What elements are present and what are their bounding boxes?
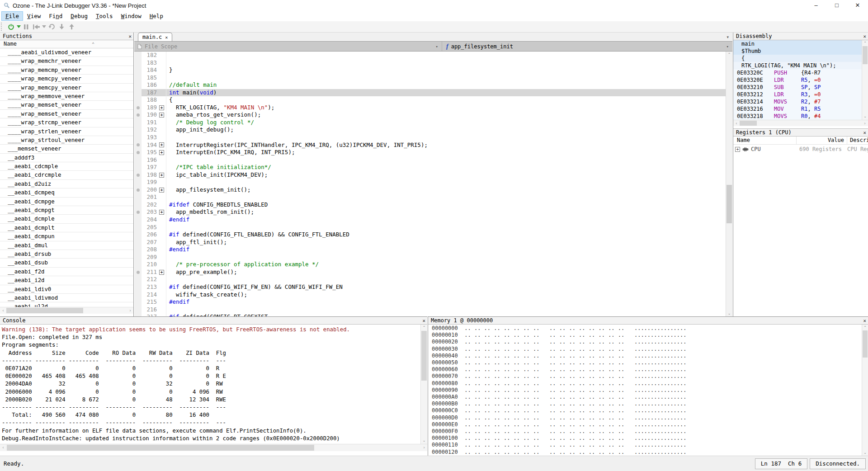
memory-row[interactable]: 000000C0 .. .. .. .. .. .. .. .. .. .. .… (428, 407, 868, 414)
step-back-dropdown-icon[interactable] (41, 22, 47, 31)
memory-row[interactable]: 00000040 .. .. .. .. .. .. .. .. .. .. .… (428, 353, 868, 359)
expand-inline-icon[interactable]: + (159, 113, 164, 118)
expand-inline-icon[interactable]: + (159, 105, 164, 110)
breakpoint-dot-icon[interactable] (137, 151, 140, 154)
expand-inline-icon[interactable]: + (159, 173, 164, 178)
code-line[interactable]: 205 (134, 224, 732, 231)
menu-help[interactable]: Help (146, 12, 167, 20)
registers-description-column[interactable]: Description (847, 137, 868, 144)
memory-row[interactable]: 000000F0 .. .. .. .. .. .. .. .. .. .. .… (428, 428, 868, 435)
function-list-item[interactable]: __aeabi_ul2d (0, 302, 133, 307)
function-list-item[interactable]: __aeabi_dcmple (0, 215, 133, 223)
menu-find[interactable]: Find (45, 12, 66, 20)
code-line[interactable]: 199 (134, 179, 732, 186)
function-list-item[interactable]: __aeabi_cdcmple (0, 162, 133, 171)
memory-row[interactable]: 00000070 .. .. .. .. .. .. .. .. .. .. .… (428, 373, 868, 380)
expand-icon[interactable]: + (735, 147, 740, 152)
disassembly-hscroll-thumb[interactable] (740, 121, 757, 126)
function-list-item[interactable]: ____wrap_strcmp_veneer (0, 118, 133, 127)
registers-name-column[interactable]: Name (733, 137, 797, 144)
chevron-down-icon[interactable]: ▾ (726, 44, 729, 49)
memory-row[interactable]: 00000050 .. .. .. .. .. .. .. .. .. .. .… (428, 359, 868, 366)
scroll-right-icon[interactable]: › (862, 120, 868, 127)
function-list-item[interactable]: ____wrap_memset_veneer (0, 101, 133, 109)
breakpoint-dot-icon[interactable] (137, 271, 140, 274)
memory-row[interactable]: 000000E0 .. .. .. .. .. .. .. .. .. .. .… (428, 421, 868, 428)
function-list-item[interactable]: __aeabi_dcmpun (0, 232, 133, 241)
function-list-item[interactable]: ____wrap_memchr_veneer (0, 57, 133, 66)
expand-inline-icon[interactable]: + (159, 188, 164, 193)
breakpoint-dot-icon[interactable] (137, 113, 140, 117)
code-line[interactable]: 188{ (134, 96, 732, 104)
disassembly-instruction[interactable]: 0E03320ELDRR5, =0 (733, 76, 868, 84)
memory-vertical-scrollbar[interactable]: ⌃ ⌄ (862, 325, 868, 456)
scroll-left-icon[interactable]: ‹ (0, 307, 6, 314)
console-vertical-scrollbar[interactable]: ⌃ ⌄ (420, 325, 427, 444)
function-list-item[interactable]: __aeabi_dcmplt (0, 224, 133, 232)
functions-horizontal-scrollbar[interactable]: ‹ › (0, 307, 133, 314)
function-list-item[interactable]: __adddf3 (0, 154, 133, 162)
scroll-down-icon[interactable]: ⌄ (421, 438, 427, 443)
memory-row[interactable]: 00000000 .. .. .. .. .. .. .. .. .. .. .… (428, 325, 868, 332)
console-vscroll-thumb[interactable] (421, 331, 427, 381)
toolbar-drag-handle[interactable] (1, 23, 4, 31)
scroll-right-icon[interactable]: › (421, 444, 427, 451)
code-line[interactable]: 211+ app_pre_example(); (134, 268, 732, 276)
memory-row[interactable]: 00000110 .. .. .. .. .. .. .. .. .. .. .… (428, 442, 868, 448)
function-list-item[interactable]: __aeabi_drsub (0, 250, 133, 259)
code-line[interactable]: 206#if defined(CONFIG_FTL_ENABLED) && CO… (134, 231, 732, 239)
memory-row[interactable]: 000000D0 .. .. .. .. .. .. .. .. .. .. .… (428, 414, 868, 421)
function-list-item[interactable]: __aeabi_dcmpgt (0, 206, 133, 215)
code-line[interactable]: 184} (134, 66, 732, 74)
functions-name-column-header[interactable]: Name ⌃ (0, 40, 133, 48)
function-list-item[interactable]: ____aeabi_uldivmod_veneer (0, 48, 133, 57)
console-close-icon[interactable]: ✕ (422, 318, 425, 324)
function-list-item[interactable]: __aeabi_i2d (0, 276, 133, 285)
disassembly-instruction[interactable]: 0E033218MOVSR0, #4 (733, 113, 868, 120)
tab-close-icon[interactable]: ✕ (165, 35, 168, 40)
maximize-button[interactable]: □ (826, 0, 847, 11)
tab-list-dropdown-icon[interactable]: ▾ (726, 35, 729, 39)
code-line[interactable]: 214 wififw_task_create(); (134, 291, 732, 299)
memory-row[interactable]: 00000060 .. .. .. .. .. .. .. .. .. .. .… (428, 366, 868, 373)
close-button[interactable]: ✕ (847, 0, 868, 11)
function-list-item[interactable]: __aeabi_dcmpeq (0, 188, 133, 197)
function-list-item[interactable]: __aeabi_ldiv0 (0, 285, 133, 294)
scroll-up-icon[interactable]: ⌃ (726, 52, 732, 57)
disassembly-instruction[interactable]: 0E033212LDRR3, =0 (733, 91, 868, 98)
code-line[interactable]: 191 /* Debug log control */ (134, 119, 732, 127)
registers-cpu-row[interactable]: + CPU 690 Registers CPU Registers (733, 145, 868, 154)
breakpoint-dot-icon[interactable] (137, 106, 140, 109)
menu-tools[interactable]: Tools (92, 12, 117, 20)
power-icon[interactable] (6, 22, 16, 31)
memory-row[interactable]: 00000030 .. .. .. .. .. .. .. .. .. .. .… (428, 346, 868, 353)
console-hscroll-thumb[interactable] (7, 445, 314, 451)
menu-file[interactable]: File (2, 12, 23, 20)
code-line[interactable]: 186//default main (134, 81, 732, 89)
disassembly-instruction[interactable]: 0E033210SUBSP, SP (733, 84, 868, 91)
code-line[interactable]: 208#endif (134, 246, 732, 254)
registers-close-icon[interactable]: ✕ (863, 130, 866, 136)
disassembly-close-icon[interactable]: ✕ (863, 33, 866, 39)
function-list-item[interactable]: __aeabi_dmul (0, 241, 133, 250)
function-list-item[interactable]: ____wrap_strtoul_veneer (0, 136, 133, 145)
menu-view[interactable]: View (24, 12, 44, 20)
function-list-item[interactable]: ____wrap_strlen_veneer (0, 127, 133, 136)
code-line[interactable]: 210 /* pre-processor of application exam… (134, 261, 732, 268)
disassembly-instruction[interactable]: 0E03320CPUSH{R4-R7 (733, 69, 868, 76)
pause-icon[interactable] (21, 22, 31, 31)
function-list-item[interactable]: __aeabi_ldivmod (0, 294, 133, 302)
registers-value-column[interactable]: Value (797, 137, 847, 144)
memory-row[interactable]: 000000A0 .. .. .. .. .. .. .. .. .. .. .… (428, 394, 868, 400)
breakpoint-dot-icon[interactable] (137, 188, 140, 192)
function-list-item[interactable]: ___memset_veneer (0, 145, 133, 153)
code-line[interactable]: 207 app_ftl_init(); (134, 239, 732, 246)
scroll-right-icon[interactable]: › (127, 307, 133, 314)
breakpoint-dot-icon[interactable] (137, 211, 140, 214)
scroll-up-icon[interactable]: ⌃ (421, 325, 427, 330)
memory-row[interactable]: 00000020 .. .. .. .. .. .. .. .. .. .. .… (428, 339, 868, 345)
memory-row[interactable]: 00000010 .. .. .. .. .. .. .. .. .. .. .… (428, 332, 868, 339)
expand-inline-icon[interactable]: + (159, 150, 164, 155)
scroll-left-icon[interactable]: ‹ (0, 444, 6, 451)
editor-vertical-scrollbar[interactable]: ⌃ ⌄ (726, 52, 732, 317)
